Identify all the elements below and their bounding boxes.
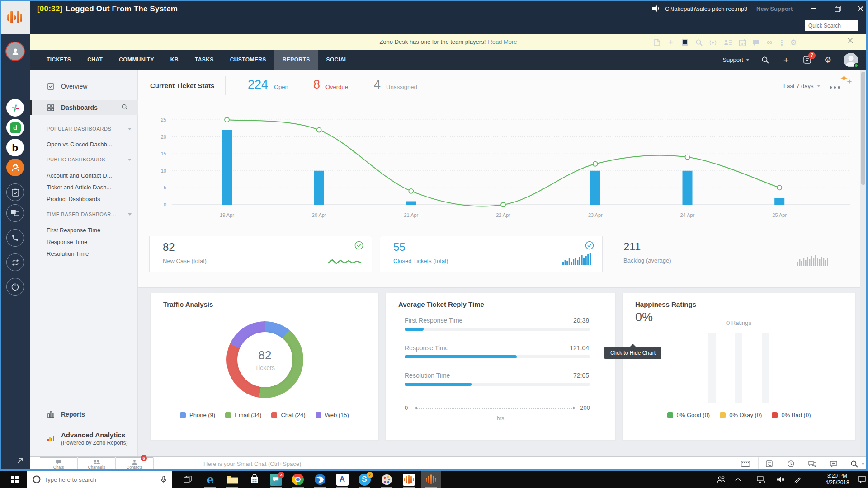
restore-button[interactable] xyxy=(832,4,844,14)
search-icon[interactable] xyxy=(694,38,704,47)
legend-phone[interactable]: Phone (9) xyxy=(180,412,215,418)
sidebar-item-response-time[interactable]: Response Time xyxy=(47,239,87,245)
microphone-icon[interactable] xyxy=(161,476,166,483)
banner-close-icon[interactable] xyxy=(848,38,853,43)
rail-support-agent-icon[interactable] xyxy=(6,159,24,176)
check-circle-icon[interactable] xyxy=(585,241,594,250)
tray-network-icon[interactable] xyxy=(755,471,767,488)
taskbar-edge-icon[interactable]: e xyxy=(200,471,220,488)
taskbar-file-explorer-icon[interactable] xyxy=(222,471,242,488)
vertical-scrollbar[interactable] xyxy=(860,70,866,471)
tray-people-icon[interactable] xyxy=(715,471,727,488)
user-avatar[interactable] xyxy=(844,53,858,67)
sidebar-item-ticket-article[interactable]: Ticket and Article Dash... xyxy=(47,184,111,191)
taskbar-search-input[interactable] xyxy=(44,476,161,483)
rail-power-icon[interactable] xyxy=(6,278,24,296)
add-icon[interactable]: + xyxy=(666,38,676,47)
more-options-icon[interactable]: ⋮ xyxy=(777,38,787,47)
sidebar-item-dashboards[interactable]: Dashboards xyxy=(30,100,138,115)
rail-phone-icon[interactable] xyxy=(6,229,24,247)
nav-search-icon[interactable] xyxy=(760,55,770,65)
tab-reports[interactable]: REPORTS xyxy=(274,50,318,70)
close-button[interactable] xyxy=(854,4,866,14)
tab-kb[interactable]: KB xyxy=(162,50,187,70)
minimize-button[interactable] xyxy=(808,4,820,14)
infinity-icon[interactable]: ∞ xyxy=(764,38,774,47)
sidebar-item-resolution-time[interactable]: Resolution Time xyxy=(47,250,89,257)
tab-tickets[interactable]: TICKETS xyxy=(38,50,79,70)
phone-icon[interactable] xyxy=(680,38,690,47)
rail-profile-icon[interactable] xyxy=(6,42,24,60)
taskbar-search-box[interactable] xyxy=(27,471,172,488)
rail-slack-icon[interactable] xyxy=(6,99,24,117)
taskbar-paint-app-icon[interactable] xyxy=(377,471,396,488)
sidebar-item-reports[interactable]: Reports xyxy=(30,407,138,422)
overdue-label[interactable]: Overdue xyxy=(326,84,348,90)
rail-bing-icon[interactable]: b xyxy=(6,139,24,156)
calendar-icon[interactable] xyxy=(737,38,747,47)
start-button[interactable] xyxy=(5,471,24,488)
legend-good[interactable]: 0% Good (0) xyxy=(667,412,710,418)
taskbar-chrome-icon[interactable] xyxy=(288,471,308,488)
legend-okay[interactable]: 0% Okay (0) xyxy=(720,412,762,418)
closed-tickets-label[interactable]: Closed Tickets (total) xyxy=(393,258,448,264)
chat-bubble-icon[interactable] xyxy=(751,38,761,47)
new-case-card[interactable]: 82 New Case (total) xyxy=(149,236,372,272)
tab-customers[interactable]: CUSTOMERS xyxy=(222,50,274,70)
backlog-label[interactable]: Backlog (average) xyxy=(623,257,671,264)
sidebar-item-overview[interactable]: Overview xyxy=(30,79,138,94)
banner-read-more-link[interactable]: Read More xyxy=(488,38,517,45)
nav-gear-icon[interactable]: ⚙ xyxy=(823,55,833,65)
tray-volume-icon[interactable] xyxy=(774,471,787,488)
section-popular-dashboards[interactable]: POPULAR DASHBOARDS xyxy=(47,126,111,131)
expand-arrow-icon[interactable] xyxy=(16,456,24,465)
unassigned-label[interactable]: Unassigned xyxy=(386,84,417,90)
sidebar-item-first-response-time[interactable]: First Response Time xyxy=(47,227,100,234)
agents-queue-icon[interactable] xyxy=(723,38,733,47)
tab-chat[interactable]: CHAT xyxy=(79,50,111,70)
legend-bad[interactable]: 0% Bad (0) xyxy=(772,412,811,418)
taskbar-document-app-icon[interactable]: A xyxy=(332,471,352,488)
taskbar-badged-app-icon[interactable]: 3 xyxy=(266,471,286,488)
check-circle-icon[interactable] xyxy=(354,241,363,250)
tray-clock[interactable]: 3:20 PM 4/25/2018 xyxy=(821,471,854,488)
sidebar-item-advanced-analytics[interactable]: Advanced Analytics (Powered by Zoho Repo… xyxy=(30,429,138,447)
traffic-donut-chart[interactable]: 82 Tickets xyxy=(226,321,303,398)
new-document-icon[interactable] xyxy=(652,38,662,47)
closed-tickets-card[interactable]: 55 Closed Tickets (total) xyxy=(380,236,603,272)
section-public-dashboards[interactable]: PUBLIC DASHBOARDS xyxy=(47,157,105,162)
tab-tasks[interactable]: TASKS xyxy=(187,50,222,70)
tray-chevron-up-icon[interactable] xyxy=(731,471,744,488)
period-selector[interactable]: Last 7 days xyxy=(783,83,821,89)
scale-right-arrow[interactable] xyxy=(573,406,576,410)
quick-search-input[interactable] xyxy=(805,23,868,29)
notifications-icon[interactable]: 7 xyxy=(802,55,812,65)
backlog-card[interactable]: 211 Backlog (average) xyxy=(610,236,857,272)
nav-add-icon[interactable]: + xyxy=(781,55,791,65)
taskbar-store-icon[interactable] xyxy=(245,471,264,488)
sidebar-item-account-contact[interactable]: Account and Contact D... xyxy=(47,172,112,179)
rail-screenshare-icon[interactable] xyxy=(6,204,24,222)
support-dropdown[interactable]: Support xyxy=(722,56,750,63)
taskbar-recorder-app-active-icon[interactable] xyxy=(421,471,441,488)
sidebar-item-product-dashboards[interactable]: Product Dashboards xyxy=(47,196,100,202)
tab-social[interactable]: SOCIAL xyxy=(318,50,356,70)
settings-gear-icon[interactable]: ⚙ xyxy=(788,38,798,47)
taskbar-skype-icon[interactable]: S 7 xyxy=(354,471,374,488)
taskbar-recorder-app-icon[interactable] xyxy=(399,471,419,488)
scrollbar-thumb[interactable] xyxy=(861,72,865,185)
rail-tasks-icon[interactable] xyxy=(6,183,24,201)
legend-email[interactable]: Email (34) xyxy=(225,412,261,418)
task-view-button[interactable] xyxy=(178,471,198,488)
sidebar-item-open-vs-closed[interactable]: Open vs Closed Dashb... xyxy=(47,141,112,148)
quick-search-box[interactable] xyxy=(805,20,858,31)
legend-web[interactable]: Web (15) xyxy=(316,412,349,418)
rail-desk-icon[interactable]: d xyxy=(6,119,24,136)
ticket-stats-chart[interactable]: 051015202519 Apr20 Apr21 Apr22 Apr23 Apr… xyxy=(145,106,854,227)
broadcast-icon[interactable] xyxy=(708,38,718,47)
new-case-label[interactable]: New Case (total) xyxy=(163,258,207,264)
tab-community[interactable]: COMMUNITY xyxy=(111,50,162,70)
rail-translate-icon[interactable]: AB xyxy=(6,253,24,271)
open-label[interactable]: Open xyxy=(274,84,288,90)
dashboard-search-icon[interactable] xyxy=(122,104,128,110)
